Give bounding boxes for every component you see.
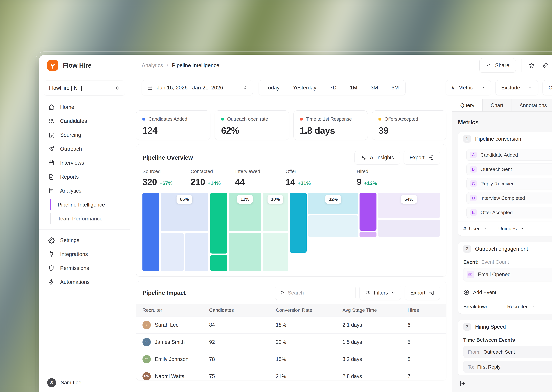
sidebar-item-settings[interactable]: Settings — [39, 233, 130, 247]
funnel-segment[interactable] — [308, 215, 358, 237]
metric-card-footer: # User Uniques — [458, 221, 552, 236]
tab-query[interactable]: Query — [452, 99, 483, 112]
sidebar-subitem-pipeline-intelligence[interactable]: Pipeline Intelligence — [39, 198, 130, 212]
column-header[interactable]: Avg Stage Time — [336, 307, 401, 313]
step-interview-completed[interactable]: D Interview Completed — [466, 192, 552, 204]
user-row[interactable]: S Sam Lee — [39, 373, 130, 392]
funnel-segment[interactable] — [229, 233, 261, 271]
range-yesterday[interactable]: Yesterday — [286, 80, 323, 95]
sidebar-item-analytics[interactable]: Analytics — [39, 184, 130, 198]
candidates-cell: 92 — [203, 339, 269, 345]
metric-card-header[interactable]: 2 Outreach engagement — [458, 242, 552, 256]
from-event-selector[interactable]: From: Outreach Sent — [463, 346, 552, 358]
funnel-segment[interactable]: 32% — [308, 193, 358, 214]
sidebar-item-candidates[interactable]: Candidates — [39, 114, 130, 128]
funnel-segment[interactable] — [359, 193, 376, 231]
range-6m[interactable]: 6M — [385, 80, 405, 95]
export-button[interactable]: Export — [405, 286, 440, 300]
sidebar-subitem-team-performance[interactable]: Team Performance — [39, 212, 130, 226]
sidebar-item-interviews[interactable]: Interviews — [39, 156, 130, 170]
funnel-segment[interactable]: 66% — [161, 193, 208, 231]
sidebar-item-sourcing[interactable]: Sourcing — [39, 128, 130, 142]
range-1m[interactable]: 1M — [343, 80, 364, 95]
range-today[interactable]: Today — [259, 80, 286, 95]
table-row[interactable]: SLSarah Lee 84 18% 2.1 days 6 — [136, 316, 446, 334]
funnel-segment[interactable] — [210, 255, 227, 271]
table-row[interactable]: NWNaomi Watts 75 21% 2.8 days 7 — [136, 368, 446, 380]
date-range-picker[interactable]: Jan 16, 2026 - Jan 21, 2026 — [142, 80, 253, 95]
kpi-card-time-to-response[interactable]: Time to 1st Response 1.8 days — [293, 111, 368, 140]
funnel-segment[interactable] — [210, 193, 227, 253]
table-row[interactable]: JSJames Smith 92 22% 1.5 days 5 — [136, 334, 446, 350]
column-header[interactable]: Candidates — [203, 307, 269, 313]
sidebar-item-automations[interactable]: Automations — [39, 275, 130, 289]
step-reply-received[interactable]: C Reply Received — [466, 178, 552, 189]
breakdown-dropdown[interactable]: Breakdown — [463, 304, 489, 309]
filters-button[interactable]: Filters — [359, 286, 401, 300]
workspace-selector[interactable]: FlowHire [INT] — [44, 81, 125, 96]
hash-icon: # — [452, 84, 455, 91]
chevron-down-icon[interactable] — [520, 226, 524, 231]
funnel-segment[interactable] — [161, 233, 184, 271]
metric-button[interactable]: # Metric — [446, 80, 491, 95]
chevron-down-icon[interactable] — [491, 304, 496, 309]
step-offer-accepted[interactable]: E Offer Accepted — [466, 207, 552, 218]
funnel-segment[interactable] — [142, 193, 159, 271]
range-3m[interactable]: 3M — [364, 80, 385, 95]
funnel-segment[interactable] — [378, 220, 440, 237]
funnel-segment[interactable] — [290, 193, 307, 253]
collapse-panel-button[interactable] — [459, 379, 467, 388]
kpi-card-candidates-added[interactable]: Candidates Added 124 — [136, 111, 210, 140]
column-header[interactable]: Conversion Rate — [269, 307, 336, 313]
breadcrumb-analytics[interactable]: Analytics — [142, 63, 163, 69]
app-name: Flow Hire — [63, 62, 91, 69]
range-7d[interactable]: 7D — [323, 80, 343, 95]
chevron-down-icon[interactable] — [531, 304, 535, 309]
ai-insights-button[interactable]: AI Insights — [354, 151, 400, 165]
hires-cell: 6 — [401, 322, 446, 328]
search-input[interactable] — [288, 290, 351, 296]
event-email-opened[interactable]: Email Opened — [463, 268, 552, 281]
copy-link-button[interactable] — [541, 61, 549, 70]
funnel-segment[interactable]: 11% — [229, 193, 261, 231]
compare-button[interactable]: Comp — [543, 80, 552, 95]
column-header[interactable]: Recruiter — [136, 307, 203, 313]
metric-card-header[interactable]: 3 Hiring Speed — [458, 320, 552, 334]
to-event-selector[interactable]: To: First Reply — [463, 361, 552, 373]
breakdown-value-dropdown[interactable]: Recruiter — [507, 304, 528, 309]
aggregation-dropdown[interactable]: Uniques — [498, 226, 517, 231]
button-divider — [524, 84, 524, 91]
exclude-button[interactable]: Exclude — [495, 80, 538, 95]
search-box[interactable] — [275, 286, 356, 300]
measure-dropdown[interactable]: User — [469, 226, 480, 231]
sidebar-item-home[interactable]: Home — [39, 100, 130, 114]
table-row[interactable]: EJEmily Johnson 78 15% 3.2 days 8 — [136, 350, 446, 368]
funnel-segment[interactable] — [263, 233, 288, 271]
export-button[interactable]: Export — [404, 151, 440, 165]
kpi-card-offers-accepted[interactable]: Offers Accepted 39 — [372, 111, 446, 140]
share-arrow-icon — [486, 63, 492, 68]
share-label: Share — [495, 63, 509, 69]
step-candidate-added[interactable]: A Candidate Added — [466, 149, 552, 161]
funnel-segment[interactable] — [359, 232, 376, 237]
sidebar-item-outreach[interactable]: Outreach — [39, 142, 130, 156]
user-name: Sam Lee — [61, 380, 81, 386]
funnel-segment[interactable]: 64% — [378, 193, 440, 218]
kpi-card-outreach-open-rate[interactable]: Outreach open rate 62% — [215, 111, 289, 140]
candidates-cell: 78 — [203, 356, 269, 362]
add-event-button[interactable]: Add Event — [463, 288, 552, 296]
sidebar-item-reports[interactable]: Reports — [39, 170, 130, 184]
chevron-down-icon[interactable] — [483, 226, 487, 231]
share-button[interactable]: Share — [479, 58, 516, 73]
step-outreach-sent[interactable]: B Outreach Sent — [466, 163, 552, 175]
column-header[interactable]: Hires — [401, 307, 446, 313]
funnel-segment[interactable]: 10% — [263, 193, 288, 231]
tab-annotations[interactable]: Annotations — [511, 99, 552, 112]
sidebar-item-integrations[interactable]: Integrations — [39, 247, 130, 261]
tab-chart[interactable]: Chart — [483, 99, 511, 112]
sidebar-item-permissions[interactable]: Permissions — [39, 261, 130, 275]
favorite-button[interactable] — [528, 61, 536, 70]
metric-card-header[interactable]: 1 Pipeline conversion — [458, 132, 552, 146]
funnel-segment[interactable] — [185, 233, 208, 271]
date-range-value: Jan 16, 2026 - Jan 21, 2026 — [157, 85, 223, 91]
